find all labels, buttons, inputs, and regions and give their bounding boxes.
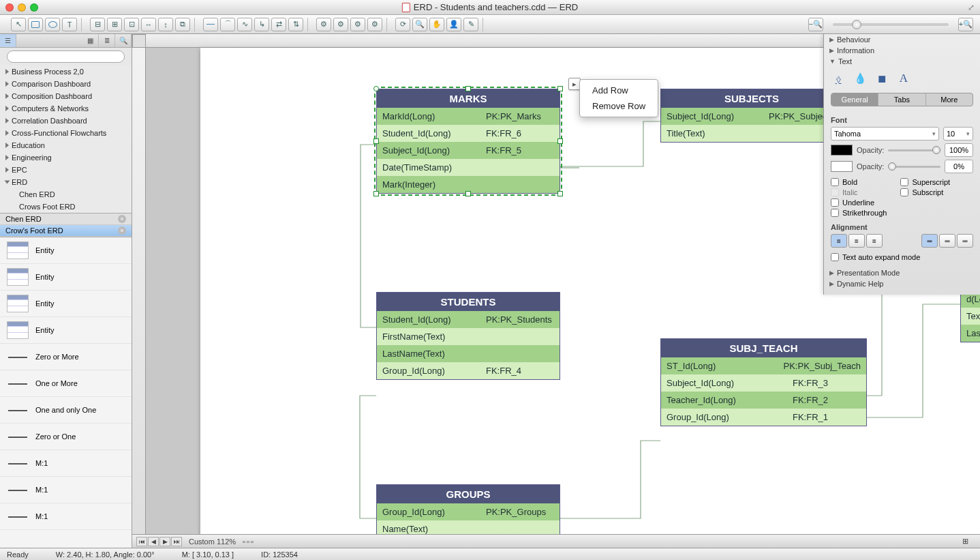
table-row[interactable]: Subject_Id(Long)PK:PK_Subjects	[661, 108, 842, 125]
underline-style-icon[interactable]: ⎀	[831, 71, 846, 86]
table-row[interactable]: Student_Id(Long)FK:FR_6	[377, 125, 560, 142]
connector2-tool[interactable]: ⇄	[271, 18, 286, 31]
shape-item[interactable]: Entity	[0, 237, 132, 264]
smart1-tool[interactable]: ⚙	[316, 18, 331, 31]
table-row[interactable]: Student_Id(Long)PK:PK_Students	[377, 311, 560, 328]
align-right-tool[interactable]: ⊡	[124, 18, 139, 31]
tree-item[interactable]: Engineering	[0, 151, 132, 164]
zoom-readout[interactable]: Custom 112%	[189, 537, 236, 546]
align-center-button[interactable]: ≡	[848, 234, 865, 248]
pointer-tool[interactable]: ↖	[11, 18, 26, 31]
entity-subj-teach[interactable]: SUBJ_TEACH ST_Id(Long)PK:PK_Subj_TeachSu…	[660, 338, 867, 426]
table-row[interactable]: ST_Id(Long)PK:PK_Subj_Teach	[661, 357, 866, 374]
zoom-out-button[interactable]: −🔍	[808, 18, 823, 31]
font-icon[interactable]: A	[896, 71, 911, 86]
inspector-tab-tabs[interactable]: Tabs	[878, 93, 925, 106]
fill-icon[interactable]: ◼	[874, 71, 889, 86]
shape-item[interactable]: One or More	[0, 370, 132, 397]
valign-middle-button[interactable]: ═	[939, 234, 955, 248]
table-row[interactable]: Title(Text)	[661, 125, 842, 142]
toggle-panel[interactable]: ⊞	[962, 537, 976, 546]
smart4-tool[interactable]: ⚙	[367, 18, 382, 31]
shape-item[interactable]: Zero or One	[0, 424, 132, 450]
shape-item[interactable]: M:1	[0, 477, 132, 503]
close-icon[interactable]: ×	[118, 226, 126, 235]
menu-remove-row[interactable]: Remove Row	[580, 98, 658, 114]
sidebar-tab-list[interactable]: ≣	[99, 34, 115, 47]
auto-expand-checkbox[interactable]	[831, 253, 839, 261]
sidebar-tab-grid[interactable]: ▦	[82, 34, 99, 47]
table-row[interactable]: Text)	[961, 308, 980, 325]
entity-marks[interactable]: MARKS MarkId(Long)PK:PK_MarksStudent_Id(…	[376, 89, 560, 194]
shape-item[interactable]: M:1	[0, 503, 132, 530]
entity-students[interactable]: STUDENTS Student_Id(Long)PK:PK_StudentsF…	[376, 292, 560, 380]
resize-handle[interactable]	[557, 138, 563, 144]
resize-handle[interactable]	[465, 86, 471, 91]
sidebar-tab-search[interactable]: 🔍	[115, 34, 132, 47]
underline-checkbox[interactable]	[831, 198, 839, 207]
line-tool[interactable]	[203, 18, 218, 31]
entity-subjects[interactable]: SUBJECTS Subject_Id(Long)PK:PK_SubjectsT…	[660, 89, 843, 143]
shape-item[interactable]: Entity	[0, 291, 132, 317]
page-prev[interactable]: ◀	[148, 537, 159, 546]
resize-handle[interactable]	[373, 138, 379, 144]
align-left-button[interactable]: ≡	[831, 234, 847, 248]
shape-item[interactable]: Entity	[0, 317, 132, 344]
zoom-slider[interactable]	[833, 23, 949, 26]
pencil-tool[interactable]: ✎	[463, 18, 478, 31]
menu-add-row[interactable]: Add Row	[580, 83, 658, 98]
align-left-tool[interactable]: ⊟	[90, 18, 105, 31]
table-row[interactable]: MarkId(Long)PK:PK_Marks	[377, 108, 560, 125]
table-row[interactable]: Date(TimeStamp)	[377, 159, 560, 176]
inspector-tab-general[interactable]: General	[831, 93, 878, 106]
tree-item[interactable]: Composition Dashboard	[0, 90, 132, 102]
bold-checkbox[interactable]	[831, 178, 839, 186]
text-tool[interactable]: T	[62, 18, 77, 31]
align-right-button[interactable]: ≡	[866, 234, 883, 248]
font-size-select[interactable]: 10▾	[943, 127, 973, 141]
zoom-in-button[interactable]: +🔍	[958, 18, 973, 31]
shape-item[interactable]: One and only One	[0, 397, 132, 424]
inspector-section-behaviour[interactable]: ▶Behaviour	[824, 34, 980, 45]
table-row[interactable]: LastName(Text)	[961, 325, 980, 342]
tree-item-child[interactable]: Chen ERD	[0, 188, 132, 201]
smart2-tool[interactable]: ⚙	[333, 18, 348, 31]
rect-tool[interactable]	[28, 18, 43, 31]
bg-color-swatch[interactable]	[831, 161, 853, 172]
zoom-icon[interactable]	[30, 3, 38, 12]
superscript-checkbox[interactable]	[900, 178, 908, 186]
bg-opacity-slider[interactable]	[888, 166, 940, 168]
shape-item[interactable]: M:1	[0, 450, 132, 477]
search-input[interactable]	[7, 50, 125, 63]
view-mode-3[interactable]: ▫	[251, 537, 254, 546]
inspector-section-information[interactable]: ▶Information	[824, 45, 980, 56]
resize-handle[interactable]	[373, 191, 379, 196]
table-row[interactable]: Subject_Id(Long)FK:FR_3	[661, 374, 866, 392]
align-center-tool[interactable]: ⊞	[107, 18, 122, 31]
subscript-checkbox[interactable]	[900, 188, 908, 196]
page-first[interactable]: ⏮	[136, 537, 147, 546]
resize-handle[interactable]	[373, 86, 379, 91]
table-row[interactable]: Group_Id(Long)FK:FR_4	[377, 362, 560, 379]
hand-tool[interactable]: ✋	[429, 18, 444, 31]
canvas[interactable]: MARKS MarkId(Long)PK:PK_MarksStudent_Id(…	[132, 34, 980, 548]
refresh-tool[interactable]: ⟳	[395, 18, 410, 31]
stencil-tab[interactable]: Crow's Foot ERD×	[0, 225, 132, 237]
tree-item[interactable]: Correlation Dashboard	[0, 115, 132, 127]
entity-groups[interactable]: GROUPS Group_Id(Long)PK:PK_GroupsName(Te…	[376, 484, 560, 538]
table-row[interactable]: Group_Id(Long)FK:FR_1	[661, 409, 866, 426]
fg-color-swatch[interactable]	[831, 145, 853, 156]
valign-bottom-button[interactable]: ═	[957, 234, 973, 248]
group-tool[interactable]: ⧉	[175, 18, 190, 31]
table-row[interactable]: LastName(Text)	[377, 345, 560, 362]
page-next[interactable]: ▶	[159, 537, 170, 546]
smart3-tool[interactable]: ⚙	[350, 18, 365, 31]
bg-opacity-value[interactable]: 0%	[945, 160, 973, 173]
inspector-section-help[interactable]: ▶Dynamic Help	[824, 278, 980, 289]
tree-item[interactable]: Cross-Functional Flowcharts	[0, 127, 132, 139]
shape-item[interactable]: Zero or More	[0, 344, 132, 370]
table-row[interactable]: FirstName(Text)	[377, 328, 560, 345]
tree-item[interactable]: Education	[0, 139, 132, 151]
eyedropper-icon[interactable]: 💧	[853, 71, 868, 86]
distribute-h-tool[interactable]: ↔	[141, 18, 156, 31]
